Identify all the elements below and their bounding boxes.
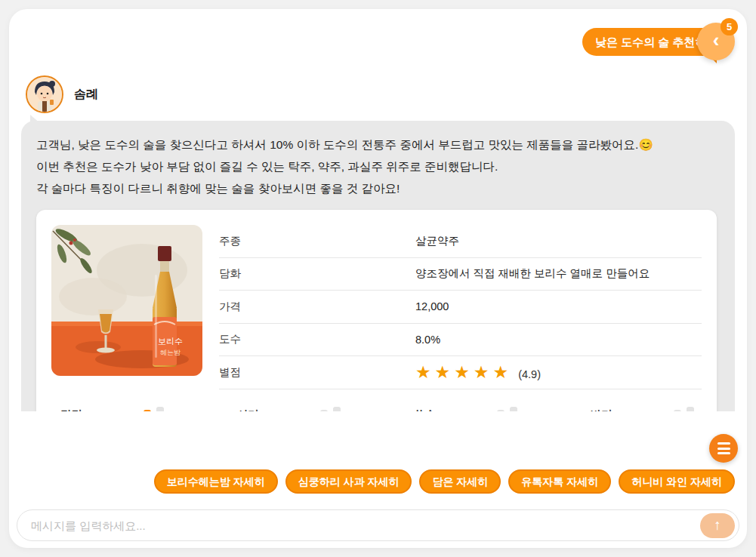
attribute-label: 단맛 (60, 408, 82, 411)
detail-label: 도수 (219, 332, 415, 346)
message-line: 이번 추천은 도수가 낮아 부담 없이 즐길 수 있는 탁주, 약주, 과실주 … (36, 155, 717, 177)
detail-label: 담화 (219, 266, 415, 281)
rating-value: ★★★★★ (4.9) (415, 364, 541, 381)
attribute-label: 바디 (591, 408, 613, 411)
product-photo: 보리수 헤는밤 (51, 225, 202, 376)
product-detail-table: 주종 살균약주 담화 양조장에서 직접 재배한 보리수 열매로 만들어요 가격 … (219, 225, 702, 389)
detail-row: 주종 살균약주 (219, 225, 702, 258)
menu-button[interactable] (709, 434, 738, 463)
detail-value: 양조장에서 직접 재배한 보리수 열매로 만들어요 (415, 266, 650, 281)
level-bars (635, 406, 694, 412)
bot-header: 솜례 (26, 75, 98, 113)
level-bars (458, 406, 517, 412)
send-button[interactable]: ↑ (700, 513, 735, 538)
bot-name: 솜례 (74, 87, 98, 103)
detail-row: 담화 양조장에서 직접 재배한 보리수 열매로 만들어요 (219, 258, 702, 291)
chevron-left-icon: ‹ (713, 29, 720, 51)
attribute-sweetness: 단맛 (60, 406, 164, 412)
arrow-up-icon: ↑ (714, 517, 721, 533)
quick-reply-borisu[interactable]: 보리수헤는밤 자세히 (154, 469, 278, 494)
quick-reply-simkung[interactable]: 심쿵하리 사과 자세히 (285, 469, 412, 494)
message-line: 고객님, 낮은 도수의 술을 찾으신다고 하셔서 10% 이하 도수의 전통주 … (36, 134, 717, 155)
detail-row: 가격 12,000 (219, 291, 702, 324)
attribute-label: 씁슬 (414, 408, 436, 411)
quick-reply-chips: 보리수헤는밤 자세히 심쿵하리 사과 자세히 담은 자세히 유톡자톡 자세히 허… (154, 469, 735, 494)
star-rating-icons: ★★★★★ (415, 362, 512, 382)
detail-value: 12,000 (415, 300, 449, 312)
chat-scroll-area[interactable]: 낮은 도수의 술 추천하 ‹ 5 (9, 9, 747, 411)
bot-message-bubble: 고객님, 낮은 도수의 술을 찾으신다고 하셔서 10% 이하 도수의 전통주 … (21, 121, 735, 411)
attribute-bitterness: 씁슬 (414, 406, 517, 412)
rating-row: 별점 ★★★★★ (4.9) (219, 356, 702, 389)
bot-avatar (26, 75, 63, 113)
level-bars (105, 406, 164, 412)
taste-attributes: 단맛 산미 씁슬 바디 (51, 406, 702, 412)
product-card[interactable]: 보리수 헤는밤 주종 살균약주 담화 양조 (36, 210, 717, 411)
level-bars (282, 406, 341, 412)
svg-text:보리수: 보리수 (158, 337, 183, 346)
svg-text:헤는밤: 헤는밤 (160, 349, 181, 356)
attribute-acidity: 산미 (237, 406, 341, 412)
chat-panel: 낮은 도수의 술 추천하 ‹ 5 (9, 9, 747, 548)
detail-label: 가격 (219, 300, 415, 314)
detail-value: 살균약주 (415, 234, 459, 248)
message-input[interactable] (17, 519, 700, 532)
detail-value: 8.0% (415, 334, 440, 346)
quick-reply-dameun[interactable]: 담은 자세히 (419, 469, 501, 494)
quick-reply-honeybee[interactable]: 허니비 와인 자세히 (619, 469, 735, 494)
attribute-body: 바디 (591, 406, 694, 412)
bot-avatar-illustration (27, 77, 62, 112)
quick-reply-yutok[interactable]: 유톡자톡 자세히 (508, 469, 611, 494)
collapse-widget-button[interactable]: ‹ 5 (697, 23, 735, 60)
chat-widget-preview: 낮은 도수의 술 추천하 ‹ 5 (585, 23, 736, 69)
hamburger-icon (717, 442, 730, 445)
attribute-label: 산미 (237, 408, 259, 411)
unread-count-badge: 5 (721, 18, 738, 35)
message-line: 각 술마다 특징이 다르니 취향에 맞는 술을 찾아보시면 좋을 것 같아요! (36, 177, 717, 199)
detail-label: 주종 (219, 234, 415, 248)
detail-row: 도수 8.0% (219, 324, 702, 357)
detail-label: 별점 (219, 365, 415, 380)
message-composer: ↑ (17, 509, 739, 541)
rating-score: (4.9) (518, 368, 541, 380)
